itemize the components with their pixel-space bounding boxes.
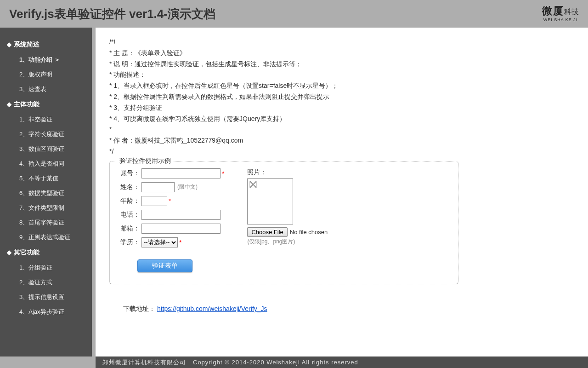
- sidebar-item-same[interactable]: 4、输入是否相同: [0, 156, 92, 171]
- required-star: *: [169, 197, 171, 205]
- sidebar-item-msg[interactable]: 3、提示信息设置: [0, 290, 92, 305]
- sidebar-item-notnull[interactable]: 1、非空验证: [0, 112, 92, 127]
- comment-block: /*! * 主 题：《表单录入验证》 * 说 明：通过控件属性实现验证，包括生成…: [109, 37, 574, 157]
- logo: 微厦科技 WEI SHA KE JI: [542, 5, 579, 22]
- sidebar-item-range[interactable]: 3、数值区间验证: [0, 142, 92, 156]
- label-phone: 电话：: [119, 211, 140, 219]
- label-account: 账号：: [119, 169, 140, 178]
- sidebar-item-length[interactable]: 2、字符长度验证: [0, 127, 92, 142]
- sidebar-item-quickref[interactable]: 3、速查表: [0, 82, 92, 97]
- required-star: *: [179, 239, 181, 246]
- download-section: 下载地址： https://github.com/weishakeji/Veri…: [123, 305, 574, 313]
- sidebar-item-copyright[interactable]: 2、版权声明: [0, 67, 92, 82]
- footer: 郑州微厦计算机科技有限公司 Copyright © 2014-2020 Weis…: [96, 356, 588, 368]
- required-star: *: [222, 170, 224, 177]
- hint-name: (限中文): [177, 183, 198, 191]
- label-name: 姓名：: [119, 183, 140, 191]
- submit-button[interactable]: 验证表单: [137, 259, 192, 272]
- file-status: No file chosen: [290, 229, 328, 236]
- sidebar-item-filetype[interactable]: 7、文件类型限制: [0, 201, 92, 215]
- sidebar-item-notequal[interactable]: 5、不等于某值: [0, 171, 92, 186]
- footer-company: 郑州微厦计算机科技有限公司: [102, 358, 186, 367]
- label-email: 邮箱：: [119, 224, 140, 233]
- download-link[interactable]: https://github.com/weishakeji/Verify_Js: [157, 305, 267, 312]
- sidebar-item-method[interactable]: 2、验证方式: [0, 275, 92, 290]
- label-age: 年龄：: [119, 197, 140, 205]
- file-hint: (仅限jpg、png图片): [247, 238, 328, 246]
- sidebar-item-ajax[interactable]: 4、Ajax异步验证: [0, 305, 92, 319]
- sidebar-item-group[interactable]: 1、分组验证: [0, 260, 92, 275]
- sidebar-group-system: 系统简述: [0, 37, 92, 52]
- sidebar-group-main: 主体功能: [0, 97, 92, 112]
- gutter: [92, 28, 96, 356]
- page-title: Verify.js表单验证控件 ver1.4-演示文档: [9, 6, 215, 22]
- sidebar-item-regex[interactable]: 9、正则表达式验证: [0, 230, 92, 245]
- photo-preview: [247, 178, 293, 224]
- input-email[interactable]: [141, 224, 220, 234]
- form-legend: 验证控件使用示例: [117, 157, 174, 165]
- sidebar-item-datatype[interactable]: 6、数据类型验证: [0, 186, 92, 201]
- input-account[interactable]: [141, 168, 220, 178]
- label-photo: 照片：: [247, 168, 328, 177]
- input-phone[interactable]: [141, 210, 220, 220]
- choose-file-button[interactable]: Choose File: [247, 227, 287, 237]
- form-fieldset: 验证控件使用示例 账号： * 姓名： (限中文) 年龄：: [109, 161, 458, 284]
- sidebar-group-other: 其它功能: [0, 245, 92, 260]
- sidebar-item-intro[interactable]: 1、功能介绍 ＞: [0, 52, 92, 67]
- select-edu[interactable]: --请选择--: [141, 237, 178, 247]
- sidebar: 系统简述 1、功能介绍 ＞ 2、版权声明 3、速查表 主体功能 1、非空验证 2…: [0, 28, 92, 356]
- input-name[interactable]: [141, 182, 175, 192]
- input-age[interactable]: [141, 196, 167, 206]
- header: Verify.js表单验证控件 ver1.4-演示文档 微厦科技 WEI SHA…: [0, 0, 588, 28]
- sidebar-item-startend[interactable]: 8、首尾字符验证: [0, 215, 92, 230]
- footer-copyright: Copyright © 2014-2020 Weishakeji All rig…: [193, 359, 358, 366]
- label-edu: 学历：: [119, 238, 140, 247]
- content: /*! * 主 题：《表单录入验证》 * 说 明：通过控件属性实现验证，包括生成…: [96, 28, 588, 356]
- broken-image-icon: [249, 181, 257, 188]
